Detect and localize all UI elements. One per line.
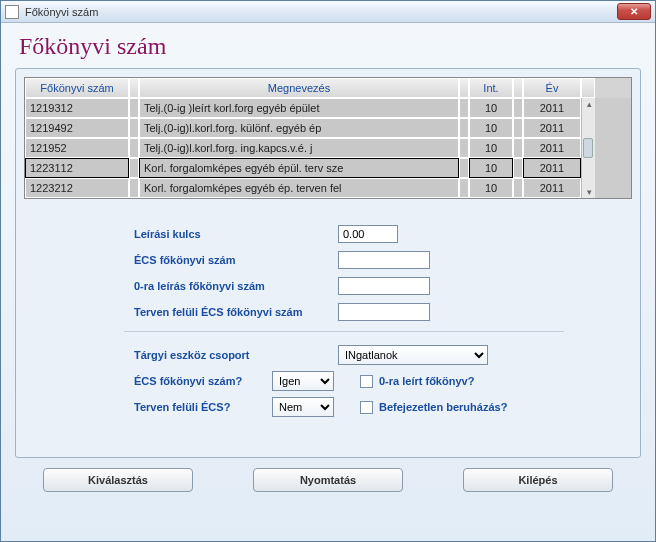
cell-ev: 2011 xyxy=(523,98,581,118)
main-panel: Főkönyvi szám Megnevezés Int. Év 1219312… xyxy=(15,68,641,458)
cell-meg: Korl. forgalomképes egyéb épül. terv sze xyxy=(139,158,459,178)
select-ecs-fk-q[interactable]: Igen xyxy=(272,371,334,391)
col-header-ev[interactable]: Év xyxy=(523,78,581,98)
cell-fk: 1219312 xyxy=(25,98,129,118)
cell-sep xyxy=(459,138,469,158)
cell-fk: 121952 xyxy=(25,138,129,158)
cell-sep xyxy=(513,98,523,118)
input-leirasi-kulcs[interactable] xyxy=(338,225,398,243)
label-befejezetlen: Befejezetlen beruházás? xyxy=(379,401,507,413)
cell-meg: Telj.(0-ig )leírt korl.forg egyéb épület xyxy=(139,98,459,118)
scroll-up-icon[interactable]: ▴ xyxy=(584,99,594,109)
cell-sep xyxy=(513,178,523,198)
scroll-thumb[interactable] xyxy=(583,138,593,158)
select-button[interactable]: Kiválasztás xyxy=(43,468,193,492)
col-sep xyxy=(129,78,139,98)
print-button[interactable]: Nyomtatás xyxy=(253,468,403,492)
close-button[interactable]: ✕ xyxy=(617,3,651,20)
label-terven-feluli-q: Terven felüli ÉCS? xyxy=(134,401,264,413)
col-header-megnevezes[interactable]: Megnevezés xyxy=(139,78,459,98)
form-divider xyxy=(124,331,564,332)
col-header-int[interactable]: Int. xyxy=(469,78,513,98)
cell-sep xyxy=(129,178,139,198)
label-nullra-fk: 0-ra leírás főkönyvi szám xyxy=(134,280,330,292)
table-row[interactable]: 121952Telj.(0-ig)l.korl.forg. ing.kapcs.… xyxy=(25,138,581,158)
label-terven-feluli-fk: Terven felüli ÉCS főkönyvi szám xyxy=(134,306,330,318)
cell-sep xyxy=(129,158,139,178)
table-row[interactable]: 1223212Korl. forgalomképes egyéb ép. ter… xyxy=(25,178,581,198)
checkbox-nullra-leirt[interactable] xyxy=(360,375,373,388)
cell-sep xyxy=(459,118,469,138)
ledger-grid: Főkönyvi szám Megnevezés Int. Év 1219312… xyxy=(24,77,632,199)
cell-ev: 2011 xyxy=(523,178,581,198)
cell-fk: 1223112 xyxy=(25,158,129,178)
label-leirasi-kulcs: Leírási kulcs xyxy=(134,228,330,240)
cell-fk: 1219492 xyxy=(25,118,129,138)
table-row[interactable]: 1219312Telj.(0-ig )leírt korl.forg egyéb… xyxy=(25,98,581,118)
close-icon: ✕ xyxy=(630,6,638,17)
cell-sep xyxy=(513,138,523,158)
grid-body: 1219312Telj.(0-ig )leírt korl.forg egyéb… xyxy=(25,98,581,198)
input-nullra-fk[interactable] xyxy=(338,277,430,295)
checkbox-befejezetlen[interactable] xyxy=(360,401,373,414)
app-icon xyxy=(5,5,19,19)
cell-ev: 2011 xyxy=(523,158,581,178)
button-row: Kiválasztás Nyomtatás Kilépés xyxy=(1,468,655,492)
col-sep xyxy=(459,78,469,98)
cell-ev: 2011 xyxy=(523,118,581,138)
select-terven-feluli-q[interactable]: Nem xyxy=(272,397,334,417)
cell-sep xyxy=(129,138,139,158)
col-header-fokonyvi[interactable]: Főkönyvi szám xyxy=(25,78,129,98)
cell-int: 10 xyxy=(469,118,513,138)
grid-header: Főkönyvi szám Megnevezés Int. Év xyxy=(25,78,631,98)
cell-int: 10 xyxy=(469,178,513,198)
titlebar: Főkönyvi szám ✕ xyxy=(1,1,655,23)
label-ecs-fk: ÉCS főkönyvi szám xyxy=(134,254,330,266)
page-title: Főkönyvi szám xyxy=(19,33,655,60)
cell-meg: Telj.(0-ig)l.korl.forg. különf. egyéb ép xyxy=(139,118,459,138)
col-scroll-spacer xyxy=(581,78,595,98)
cell-meg: Korl. forgalomképes egyéb ép. terven fel xyxy=(139,178,459,198)
cell-sep xyxy=(129,98,139,118)
scroll-down-icon[interactable]: ▾ xyxy=(584,187,594,197)
cell-sep xyxy=(513,158,523,178)
select-targyi[interactable]: INgatlanok xyxy=(338,345,488,365)
cell-ev: 2011 xyxy=(523,138,581,158)
cell-sep xyxy=(459,178,469,198)
cell-int: 10 xyxy=(469,98,513,118)
grid-scrollbar[interactable]: ▴ ▾ xyxy=(581,98,595,198)
window-title: Főkönyvi szám xyxy=(25,6,98,18)
col-sep xyxy=(513,78,523,98)
cell-int: 10 xyxy=(469,138,513,158)
details-form: Leírási kulcs ÉCS főkönyvi szám 0-ra leí… xyxy=(134,221,632,420)
label-nullra-leirt: 0-ra leírt főkönyv? xyxy=(379,375,474,387)
table-row[interactable]: 1219492Telj.(0-ig)l.korl.forg. különf. e… xyxy=(25,118,581,138)
window: Főkönyvi szám ✕ Főkönyvi szám Főkönyvi s… xyxy=(0,0,656,542)
cell-sep xyxy=(459,98,469,118)
table-row[interactable]: 1223112Korl. forgalomképes egyéb épül. t… xyxy=(25,158,581,178)
input-terven-feluli-fk[interactable] xyxy=(338,303,430,321)
cell-sep xyxy=(513,118,523,138)
cell-sep xyxy=(129,118,139,138)
cell-meg: Telj.(0-ig)l.korl.forg. ing.kapcs.v.é. j xyxy=(139,138,459,158)
input-ecs-fk[interactable] xyxy=(338,251,430,269)
cell-fk: 1223212 xyxy=(25,178,129,198)
cell-sep xyxy=(459,158,469,178)
label-targyi: Tárgyi eszköz csoport xyxy=(134,349,330,361)
cell-int: 10 xyxy=(469,158,513,178)
exit-button[interactable]: Kilépés xyxy=(463,468,613,492)
label-ecs-fk-q: ÉCS főkönyvi szám? xyxy=(134,375,264,387)
